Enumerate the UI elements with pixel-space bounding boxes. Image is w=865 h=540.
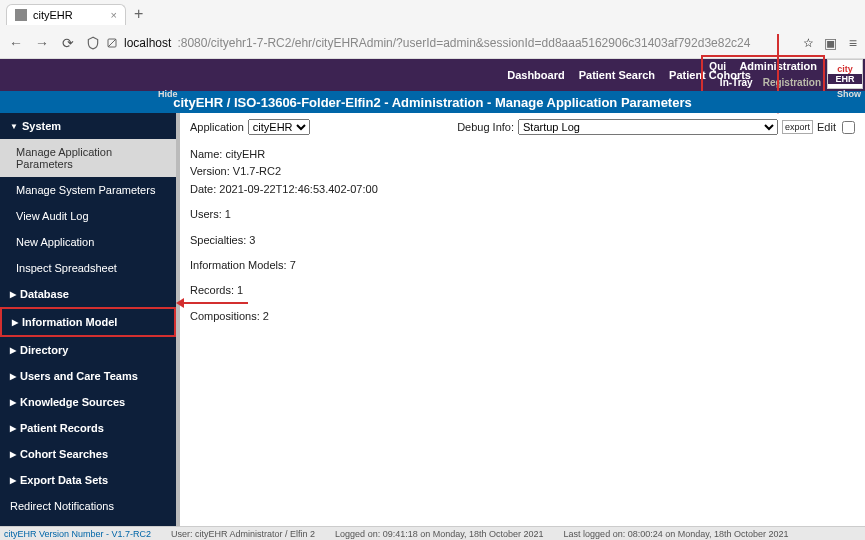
- show-link[interactable]: Show: [837, 89, 861, 99]
- sidebar-item-audit-log[interactable]: View Audit Log: [0, 203, 176, 229]
- info-version: Version: V1.7-RC2: [190, 164, 855, 179]
- insecure-icon: [106, 37, 118, 49]
- sidebar-item-new-app[interactable]: New Application: [0, 229, 176, 255]
- sidebar: System Manage Application Parameters Man…: [0, 113, 176, 527]
- sidebar-item-redirect[interactable]: Redirect Notifications: [0, 493, 176, 519]
- tab-bar: cityEHR × +: [0, 0, 865, 28]
- sidebar-section-info-model[interactable]: Information Model: [2, 309, 174, 335]
- hide-link[interactable]: Hide: [158, 89, 178, 99]
- sidebar-item-inspect-spreadsheet[interactable]: Inspect Spreadsheet: [0, 255, 176, 281]
- footer: cityEHR Version Number - V1.7-RC2 User: …: [0, 526, 865, 540]
- footer-last-logged: Last logged on: 08:00:24 on Monday, 18th…: [564, 529, 789, 539]
- content-top-row: Application cityEHR Debug Info: Startup …: [190, 119, 855, 135]
- nav-second-row: In-Tray Registration: [720, 77, 821, 88]
- edit-checkbox[interactable]: [842, 121, 855, 134]
- browser-right-icons: ▣ ≡: [824, 35, 857, 51]
- sidebar-section-system[interactable]: System: [0, 113, 176, 139]
- svg-line-1: [108, 39, 116, 47]
- export-button[interactable]: export: [782, 120, 813, 134]
- info-models: Information Models: 7: [190, 258, 855, 273]
- sidebar-section-directory[interactable]: Directory: [0, 337, 176, 363]
- sidebar-section-cohort-searches[interactable]: Cohort Searches: [0, 441, 176, 467]
- browser-tab[interactable]: cityEHR ×: [6, 4, 126, 25]
- close-tab-icon[interactable]: ×: [111, 9, 117, 21]
- nav-quit-partial: Qui: [709, 61, 726, 72]
- sidebar-section-patient-records[interactable]: Patient Records: [0, 415, 176, 441]
- new-tab-button[interactable]: +: [134, 5, 143, 23]
- application-selector: Application cityEHR: [190, 119, 310, 135]
- menu-icon[interactable]: ≡: [849, 35, 857, 51]
- info-users: Users: 1: [190, 207, 855, 222]
- edit-label: Edit: [817, 121, 836, 133]
- info-specialties: Specialties: 3: [190, 233, 855, 248]
- nav-patient-search[interactable]: Patient Search: [579, 69, 655, 81]
- favicon-icon: [15, 9, 27, 21]
- browser-chrome: cityEHR × + ← → ⟳ localhost:8080/cityehr…: [0, 0, 865, 59]
- page-title: cityEHR / ISO-13606-Folder-Elfin2 - Admi…: [173, 95, 691, 110]
- url-host: localhost: [124, 36, 171, 50]
- url-path: :8080/cityehr1-7-RC2/ehr/cityEHRAdmin/?u…: [177, 36, 750, 50]
- footer-logged-on: Logged on: 09:41:18 on Monday, 18th Octo…: [335, 529, 544, 539]
- address-bar: ← → ⟳ localhost:8080/cityehr1-7-RC2/ehr/…: [0, 28, 865, 58]
- info-date: Date: 2021-09-22T12:46:53.402-07:00: [190, 182, 855, 197]
- sidebar-section-knowledge[interactable]: Knowledge Sources: [0, 389, 176, 415]
- info-block: Name: cityEHR Version: V1.7-RC2 Date: 20…: [190, 147, 855, 324]
- sidebar-section-database[interactable]: Database: [0, 281, 176, 307]
- reload-button[interactable]: ⟳: [60, 35, 76, 51]
- debug-area: Debug Info: Startup Log export Edit: [457, 119, 855, 135]
- content-panel: Application cityEHR Debug Info: Startup …: [176, 113, 865, 527]
- annotation-arrow-left: [184, 302, 248, 304]
- sidebar-section-users-teams[interactable]: Users and Care Teams: [0, 363, 176, 389]
- bookmark-icon[interactable]: ☆: [803, 36, 814, 50]
- shield-icon: [86, 36, 100, 50]
- footer-version[interactable]: cityEHR Version Number - V1.7-RC2: [4, 529, 151, 539]
- logo-ehr: EHR: [828, 74, 862, 84]
- info-compositions: Compositions: 2: [190, 309, 855, 324]
- sidebar-item-manage-app-params[interactable]: Manage Application Parameters: [0, 139, 176, 177]
- title-bar: Hide cityEHR / ISO-13606-Folder-Elfin2 -…: [0, 91, 865, 113]
- forward-button[interactable]: →: [34, 35, 50, 51]
- top-nav: Dashboard Patient Search Patient Cohorts…: [0, 59, 865, 91]
- logo[interactable]: city EHR: [827, 59, 863, 89]
- sidebar-section-export-data[interactable]: Export Data Sets: [0, 467, 176, 493]
- info-name: Name: cityEHR: [190, 147, 855, 162]
- info-records: Records: 1: [190, 283, 855, 298]
- nav-dashboard[interactable]: Dashboard: [507, 69, 564, 81]
- nav-in-tray[interactable]: In-Tray: [720, 77, 753, 88]
- logo-city: city: [837, 64, 853, 74]
- reader-icon[interactable]: ▣: [824, 35, 837, 51]
- tab-title: cityEHR: [33, 9, 73, 21]
- sidebar-item-manage-sys-params[interactable]: Manage System Parameters: [0, 177, 176, 203]
- footer-user: User: cityEHR Administrator / Elfin 2: [171, 529, 315, 539]
- application-label: Application: [190, 121, 244, 133]
- nav-registration[interactable]: Registration: [763, 77, 821, 88]
- debug-select[interactable]: Startup Log: [518, 119, 778, 135]
- url-field[interactable]: localhost:8080/cityehr1-7-RC2/ehr/cityEH…: [86, 36, 793, 50]
- back-button[interactable]: ←: [8, 35, 24, 51]
- debug-label: Debug Info:: [457, 121, 514, 133]
- info-model-highlight-box: Information Model: [0, 307, 176, 337]
- main-area: System Manage Application Parameters Man…: [0, 113, 865, 527]
- application-select[interactable]: cityEHR: [248, 119, 310, 135]
